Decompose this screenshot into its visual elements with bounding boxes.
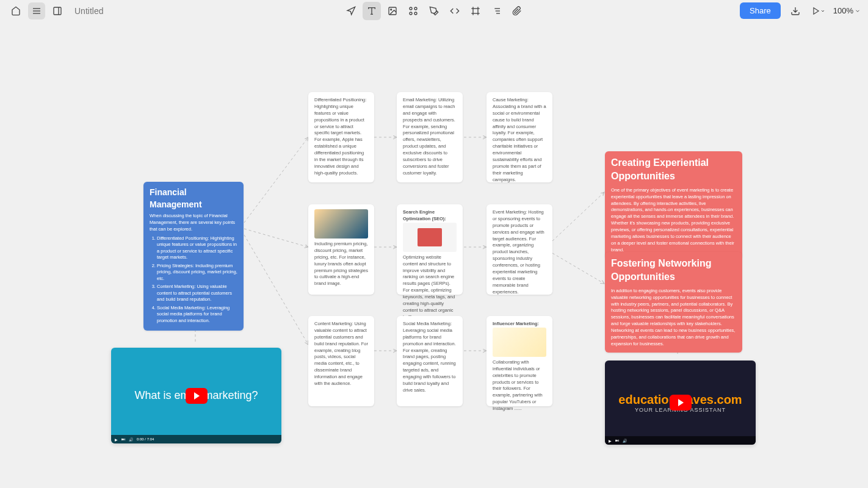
card-text: Content Marketing: Using valuable conten…: [314, 321, 368, 387]
card-pricing[interactable]: Including premium pricing, discount pric…: [308, 204, 374, 295]
play-button[interactable]: [810, 2, 827, 20]
code-tool[interactable]: [446, 2, 464, 20]
svg-line-28: [552, 192, 604, 241]
card-title: Creating Experiential Opportunities: [611, 156, 736, 184]
svg-point-10: [414, 12, 417, 15]
card-content[interactable]: Content Marketing: Using valuable conten…: [308, 316, 374, 406]
card-text: Email Marketing: Utilizing email campaig…: [403, 97, 457, 177]
svg-point-7: [410, 7, 412, 10]
svg-marker-18: [814, 7, 819, 14]
document-title-input[interactable]: [74, 6, 136, 16]
video-thumbnail: educationleaves.com YOUR LEARNING ASSIST…: [605, 361, 756, 445]
share-button[interactable]: Share: [740, 2, 781, 19]
list-item: Social Media Marketing: Leveraging socia…: [157, 305, 237, 325]
list-item: Differentiated Positioning: Highlighting…: [157, 235, 237, 261]
top-toolbar: Share 100%: [0, 0, 868, 21]
video-thumbnail: What is email marketing?: [111, 348, 281, 443]
svg-rect-3: [54, 7, 61, 15]
video-educationleaves[interactable]: educationleaves.com YOUR LEARNING ASSIST…: [605, 361, 756, 445]
frame-tool[interactable]: [466, 2, 485, 20]
card-seo[interactable]: Search Engine Optimization (SEO): Optimi…: [397, 204, 463, 295]
video-controls[interactable]: ▶ ⏭ 🔊: [605, 436, 756, 445]
card-image: [314, 209, 368, 239]
panel-button[interactable]: [49, 2, 66, 20]
card-networking[interactable]: Fostering Networking Opportunities In ad…: [605, 252, 742, 353]
card-text: One of the primary objectives of event m…: [611, 187, 736, 254]
svg-point-9: [410, 12, 412, 15]
card-text: Including premium pricing, discount pric…: [314, 241, 368, 287]
pen-tool[interactable]: [425, 2, 443, 20]
card-image: [403, 223, 457, 252]
card-financial-management[interactable]: Financial Management When discussing the…: [143, 182, 244, 331]
zoom-control[interactable]: 100%: [833, 6, 861, 15]
card-social[interactable]: Social Media Marketing: Leveraging socia…: [397, 316, 463, 406]
list-item: Pricing Strategies: Including premium pr…: [157, 263, 237, 282]
download-button[interactable]: [787, 2, 804, 20]
list-item: Content Marketing: Using valuable conten…: [157, 284, 237, 303]
card-text: Collaborating with influential individua…: [493, 359, 546, 412]
card-title: Financial Management: [150, 187, 237, 210]
card-subtitle: Search Engine Optimization (SEO):: [403, 209, 457, 223]
card-cause[interactable]: Cause Marketing: Associating a brand wit…: [486, 92, 552, 182]
svg-point-6: [391, 9, 392, 10]
shapes-tool[interactable]: [404, 2, 422, 20]
list-tool[interactable]: [487, 2, 505, 20]
card-differentiated[interactable]: Differentiated Positioning: Highlighting…: [308, 92, 374, 182]
card-email[interactable]: Email Marketing: Utilizing email campaig…: [397, 92, 463, 182]
play-icon[interactable]: [670, 395, 692, 411]
card-event[interactable]: Event Marketing: Hosting or sponsoring e…: [486, 204, 552, 295]
play-control-icon[interactable]: ▶: [609, 439, 612, 443]
card-text: Optimizing website content and structure…: [403, 254, 457, 321]
card-text: Differentiated Positioning: Highlighting…: [314, 97, 368, 177]
video-controls[interactable]: ▶ ⏭ 🔊 0:00 / 7:04: [111, 435, 281, 443]
next-control-icon[interactable]: ⏭: [615, 439, 619, 442]
card-text: Cause Marketing: Associating a brand wit…: [493, 97, 546, 183]
svg-line-20: [244, 229, 308, 247]
home-button[interactable]: [7, 2, 24, 20]
card-subtitle: Influencer Marketing:: [493, 321, 546, 328]
toolbar-center-group: [342, 2, 526, 20]
canvas-area[interactable]: Financial Management When discussing the…: [0, 21, 868, 488]
video-duration: 0:00 / 7:04: [137, 437, 154, 441]
card-text: In addition to engaging customers, event…: [611, 288, 736, 348]
card-text: When discussing the topic of Financial M…: [150, 213, 237, 233]
card-text: Social Media Marketing: Leveraging socia…: [403, 321, 457, 394]
toolbar-left-group: [7, 2, 136, 20]
card-experiential[interactable]: Creating Experiential Opportunities One …: [605, 151, 742, 259]
card-list: Differentiated Positioning: Highlighting…: [157, 235, 237, 325]
video-email-marketing[interactable]: What is email marketing? ▶ ⏭ 🔊 0:00 / 7:…: [111, 348, 281, 443]
card-text: Event Marketing: Hosting or sponsoring e…: [493, 209, 546, 295]
menu-button[interactable]: [28, 2, 45, 20]
volume-control-icon[interactable]: 🔊: [623, 439, 627, 443]
card-image: [493, 328, 546, 357]
pointer-tool[interactable]: [342, 2, 360, 20]
play-control-icon[interactable]: ▶: [115, 437, 118, 442]
card-influencer[interactable]: Influencer Marketing: Collaborating with…: [486, 316, 552, 406]
image-tool[interactable]: [383, 2, 402, 20]
zoom-value: 100%: [833, 6, 853, 15]
toolbar-right-group: Share 100%: [740, 2, 861, 20]
text-tool[interactable]: [363, 2, 381, 20]
svg-line-19: [244, 137, 308, 223]
card-title: Fostering Networking Opportunities: [611, 257, 736, 284]
volume-control-icon[interactable]: 🔊: [129, 437, 133, 442]
attachment-tool[interactable]: [508, 2, 526, 20]
svg-line-29: [552, 253, 604, 284]
next-control-icon[interactable]: ⏭: [121, 437, 125, 441]
svg-line-21: [244, 235, 308, 345]
play-icon[interactable]: [186, 388, 208, 404]
svg-point-8: [414, 7, 417, 10]
